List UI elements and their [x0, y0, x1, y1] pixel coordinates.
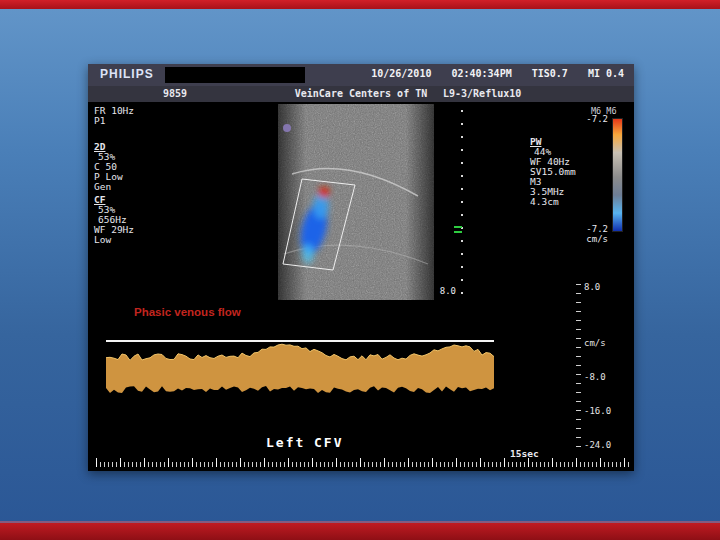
- frame-rate-params: FR 10Hz P1: [94, 106, 134, 126]
- spectral-waveform-shape: [106, 344, 494, 393]
- ultrasound-screenshot: PHILIPS 10/26/2010 02:40:34PM TIS0.7 MI …: [88, 64, 634, 471]
- annotation-text: Phasic venous flow: [134, 307, 241, 318]
- p1-label: P1: [94, 116, 134, 126]
- color-doppler-scale-bar: [612, 118, 623, 232]
- spectral-scale-neg16: -16.0: [584, 406, 628, 417]
- philips-logo: PHILIPS: [100, 69, 154, 80]
- 2d-ultrasound-image: [278, 104, 434, 300]
- spectral-scale-8: 8.0: [584, 282, 628, 293]
- cf-flow-setting: Low: [94, 235, 134, 245]
- tis-value: TIS0.7: [532, 68, 568, 79]
- exam-id: 9859: [163, 89, 187, 100]
- transducer-preset: L9-3/Reflux10: [443, 89, 521, 100]
- vessel-label: CFV: [314, 438, 343, 449]
- spectral-scale-unit: cm/s: [584, 338, 628, 349]
- spectral-scale-neg8: -8.0: [584, 372, 628, 383]
- slide: { "header": { "brand": "PHILIPS", "date"…: [0, 0, 720, 540]
- pw-params: PW 44% WF 40Hz SV15.0mm M3 3.5MHz 4.3cm: [530, 137, 576, 207]
- color-scale-unit: cm/s: [580, 234, 608, 245]
- patient-name-redacted: [165, 67, 305, 83]
- spectral-waveform: [106, 342, 494, 400]
- time-ruler-fine-ticks: [96, 462, 630, 467]
- laterality-label: Left: [266, 438, 305, 449]
- orientation-marker-icon: [283, 124, 291, 132]
- exam-time: 02:40:34PM: [451, 68, 511, 79]
- color-scale-top-value: -7.2: [580, 114, 608, 125]
- pw-gate-marker: [454, 226, 462, 228]
- mi-value: MI 0.4: [588, 68, 624, 79]
- pw-depth: 4.3cm: [530, 197, 576, 207]
- depth-ruler: [461, 110, 463, 296]
- cf-params: CF 53% 656Hz WF 29Hz Low: [94, 195, 134, 245]
- slide-bottom-red-bar: [0, 523, 720, 540]
- exam-info-bar: VeinCare Centers of TN 9859 L9-3/Reflux1…: [88, 86, 634, 102]
- 2d-resolution: Gen: [94, 182, 123, 192]
- exam-date: 10/26/2010: [371, 68, 431, 79]
- 2d-params: 2D 53% C 50 P Low Gen: [94, 142, 123, 192]
- exam-datetime: 10/26/2010 02:40:34PM TIS0.7 MI 0.4: [357, 69, 624, 80]
- spectral-scale-ticks: [576, 284, 581, 452]
- machine-header-bar: PHILIPS 10/26/2010 02:40:34PM TIS0.7 MI …: [88, 64, 634, 86]
- spectral-scale-neg24: -24.0: [584, 440, 628, 451]
- depth-max-label: 8.0: [432, 286, 456, 297]
- slide-top-red-bar: [0, 0, 720, 9]
- color-scale-bottom-value: -7.2: [580, 224, 608, 235]
